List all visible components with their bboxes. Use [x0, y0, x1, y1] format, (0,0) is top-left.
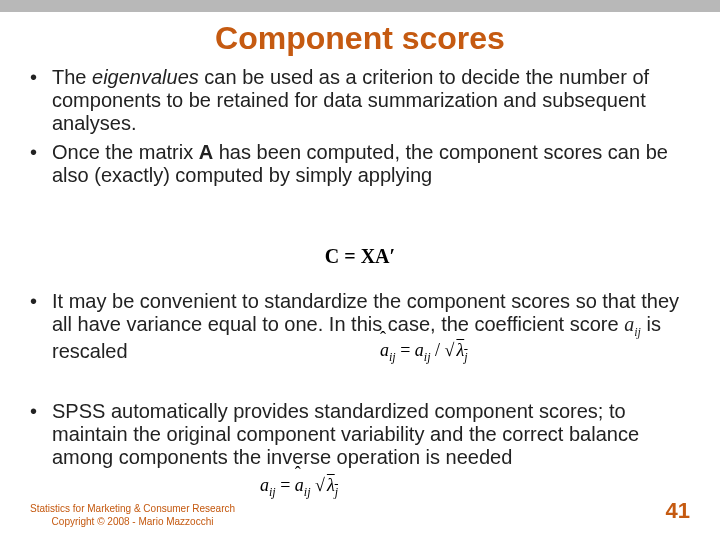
bullet-1: The eigenvalues can be used as a criteri… — [30, 66, 690, 135]
text: It may be convenient to standardize the … — [52, 290, 679, 335]
subscript: ij — [269, 485, 276, 499]
footer-line-1: Statistics for Marketing & Consumer Rese… — [30, 502, 235, 515]
var-a-hat: a — [295, 475, 304, 495]
footer-credit: Statistics for Marketing & Consumer Rese… — [30, 502, 235, 528]
slide-title: Component scores — [0, 20, 720, 57]
var-lambda: λ — [327, 475, 335, 495]
slide-top-bar — [0, 0, 720, 12]
text: Once the matrix — [52, 141, 199, 163]
bold-term: A — [199, 141, 213, 163]
italic-term: eigenvalues — [92, 66, 199, 88]
var: a — [624, 313, 634, 335]
equation-1: C = XA′ — [0, 245, 720, 268]
bullet-4: SPSS automatically provides standardized… — [30, 400, 690, 469]
sqrt-icon — [445, 340, 455, 360]
eq-sign: = — [396, 340, 415, 360]
eq-sign: = — [276, 475, 295, 495]
bullet-block-2: It may be convenient to standardize the … — [30, 290, 690, 369]
text: The — [52, 66, 92, 88]
page-number: 41 — [666, 498, 690, 524]
sqrt-icon — [315, 475, 325, 495]
subscript: j — [464, 350, 467, 364]
slide: Component scores The eigenvalues can be … — [0, 0, 720, 540]
var-a: a — [260, 475, 269, 495]
var-a: a — [415, 340, 424, 360]
div-sign: / — [431, 340, 445, 360]
subscript: ij — [424, 350, 431, 364]
bullet-block-3: SPSS automatically provides standardized… — [30, 400, 690, 475]
bullet-3: It may be convenient to standardize the … — [30, 290, 690, 363]
subscript: j — [335, 485, 338, 499]
bullet-block-1: The eigenvalues can be used as a criteri… — [30, 66, 690, 193]
subscript: ij — [389, 350, 396, 364]
footer-line-2: Copyright © 2008 - Mario Mazzocchi — [30, 515, 235, 528]
subscript: ij — [304, 485, 311, 499]
var-a-hat: a — [380, 340, 389, 360]
equation-2: aij = aij / λj — [380, 340, 468, 365]
subscript: ij — [634, 325, 641, 339]
equation-3: aij = aij λj — [260, 475, 338, 500]
bullet-2: Once the matrix A has been computed, the… — [30, 141, 690, 187]
